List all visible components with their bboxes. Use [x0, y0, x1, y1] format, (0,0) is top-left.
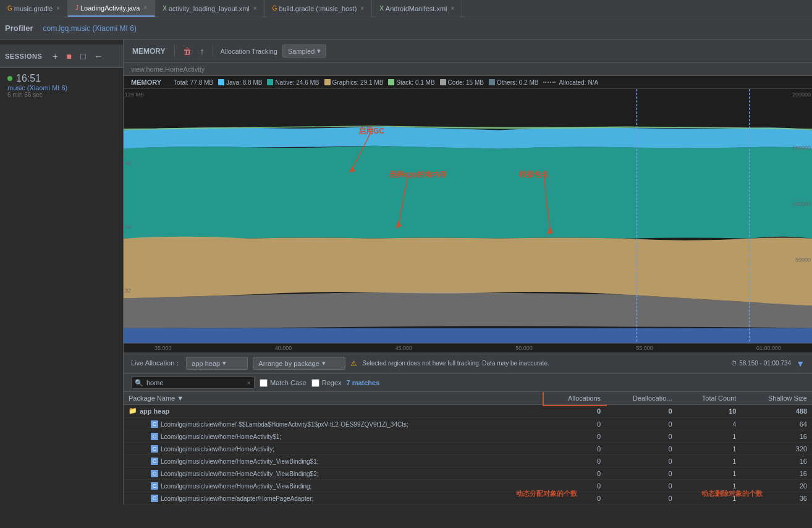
profiler-title: Profiler [5, 23, 33, 33]
tab-close-loading[interactable]: × [143, 4, 147, 11]
tab-close-layout[interactable]: × [253, 5, 257, 12]
col-shallow-size[interactable]: Shallow Size [741, 392, 812, 405]
allocation-table-container[interactable]: Package Name ▼ Allocations Deallocatio..… [124, 392, 812, 505]
search-wrap: 🔍 × [131, 377, 255, 389]
tab-close-manifest[interactable]: × [451, 5, 455, 12]
svg-line-7 [352, 132, 371, 169]
class-row[interactable]: C Lcom/lgq/music/view/home/HomeActivity_… [124, 455, 812, 467]
minimize-session-button[interactable]: □ [77, 49, 88, 63]
class-row[interactable]: C Lcom/lgq/music/view/home/-$$Lambda$Hom… [124, 418, 812, 430]
java-legend: Java: 8.8 MB [218, 79, 262, 86]
tab-loading[interactable]: J LoadingActivity.java × [68, 0, 155, 17]
class-icon: C [151, 420, 158, 428]
time-range: ⏱ 58.150 - 01:00.734 [731, 360, 791, 367]
class-name: Lcom/lgq/music/view/home/adapter/HomePag… [161, 495, 313, 502]
graphics-legend: Graphics: 29.1 MB [324, 79, 384, 86]
search-clear-button[interactable]: × [247, 379, 251, 386]
tab-close-buildgradle[interactable]: × [360, 5, 364, 12]
activity-label-bar: view.home.HomeActivity [124, 63, 812, 76]
filter-button[interactable]: ▼ [796, 359, 805, 368]
timeline-label-3: 50.000 [515, 345, 533, 351]
stop-session-button[interactable]: ■ [63, 49, 74, 63]
match-case-checkbox[interactable]: Match Case [260, 379, 307, 387]
tab-gradle1[interactable]: G music.gradle × [0, 0, 68, 17]
tab-manifest[interactable]: X AndroidManifest.xml × [372, 0, 462, 17]
sessions-panel: SESSIONS + ■ □ ← 16:51 music (Xiaomi MI … [0, 40, 124, 505]
allocated-label: Allocated: [559, 79, 586, 86]
class-row[interactable]: C Lcom/lgq/music/view/home/HomeActivity;… [124, 443, 812, 455]
class-icon: C [151, 445, 158, 453]
warning-message: Selected region does not have full track… [362, 360, 726, 367]
activity-label: view.home.HomeActivity [131, 66, 205, 73]
allocated-line [543, 82, 556, 83]
class-icon: C [151, 495, 158, 502]
session-active-dot [7, 76, 12, 81]
memory-chart-svg: 🗑 🗑 [124, 89, 812, 343]
annotation-match-count: 动态分配对象的个数 [516, 489, 577, 498]
table-header: Package Name ▼ Allocations Deallocatio..… [124, 392, 812, 405]
code-legend: Code: 15 MB [440, 79, 484, 86]
folder-icon: 📁 [129, 407, 137, 415]
col-allocations[interactable]: Allocations [544, 392, 606, 405]
memory-chart-title: MEMORY [131, 79, 161, 86]
java-color-dot [218, 79, 224, 85]
live-allocation-label: Live Allocation： [131, 359, 181, 368]
match-count: 7 matches [347, 379, 380, 386]
search-icon: 🔍 [135, 379, 143, 387]
annotation-gc-arrow [346, 132, 383, 182]
y-label-64: 64 [125, 224, 131, 230]
xml-icon2: X [379, 5, 384, 12]
memory-toolbar: MEMORY 🗑 ↑ Allocation Tracking Sampled ▾ [124, 40, 812, 63]
export-recording-button[interactable]: ↑ [197, 45, 208, 58]
sampled-dropdown[interactable]: Sampled ▾ [282, 45, 326, 57]
annotation-dealloc: 动态删除对象的个数 [701, 489, 763, 498]
back-session-button[interactable]: ← [91, 49, 106, 63]
tab-layout[interactable]: X activity_loading_layout.xml × [155, 0, 264, 17]
alloc-controls-row1: Live Allocation： app heap ▾ Arrange by p… [124, 353, 812, 374]
annotation-heap-arrow [395, 176, 433, 237]
session-item[interactable]: 16:51 music (Xiaomi MI 6) 6 min 56 sec [0, 68, 123, 103]
class-name: Lcom/lgq/music/view/home/HomeActivity_Vi… [161, 458, 318, 465]
timeline-label-0: 35.000 [154, 345, 172, 351]
memory-chart-area[interactable]: 200000 150000 100000 50000 128 MB 96 64 … [124, 89, 812, 343]
gradle-icon: G [7, 5, 12, 12]
class-row[interactable]: C Lcom/lgq/music/view/home/HomeActivity_… [124, 467, 812, 480]
y-label-32: 32 [125, 287, 131, 294]
timeline-label-1: 40.000 [275, 345, 292, 351]
class-name: Lcom/lgq/music/view/home/HomeActivity; [161, 446, 274, 453]
annotation-package-arrow [531, 176, 581, 244]
class-row[interactable]: C Lcom/lgq/music/view/home/HomeActivity$… [124, 430, 812, 443]
package-row[interactable]: 📁 app heap 0 0 10 488 [124, 405, 812, 418]
sessions-label: SESSIONS [5, 53, 42, 60]
col-package-name[interactable]: Package Name ▼ [124, 392, 544, 405]
col-deallocations[interactable]: Deallocatio... [606, 392, 677, 405]
tab-buildgradle[interactable]: G build.gradle (:music_host) × [265, 0, 373, 17]
y-label-200000: 200000 [792, 92, 811, 98]
arrange-dropdown[interactable]: Arrange by package ▾ [253, 357, 345, 370]
profiler-bar: Profiler com.lgq.music (Xiaomi MI 6) [0, 17, 812, 40]
class-icon: C [151, 470, 158, 477]
regex-checkbox[interactable]: Regex [311, 379, 342, 387]
svg-line-9 [399, 176, 408, 225]
stack-legend: Stack: 0.1 MB [388, 79, 434, 86]
others-legend: Others: 0.2 MB [489, 79, 538, 86]
right-content: MEMORY 🗑 ↑ Allocation Tracking Sampled ▾… [124, 40, 812, 505]
profiler-breadcrumb[interactable]: com.lgq.music (Xiaomi MI 6) [43, 24, 137, 33]
add-session-button[interactable]: + [49, 49, 61, 63]
session-duration: 6 min 56 sec [7, 92, 116, 98]
timeline-label-4: 55.000 [636, 345, 653, 351]
java-icon: J [75, 4, 78, 11]
svg-marker-12 [547, 226, 553, 234]
tab-close-gradle1[interactable]: × [56, 5, 60, 12]
xml-icon1: X [163, 5, 167, 12]
heap-dropdown[interactable]: app heap ▾ [186, 357, 248, 370]
total-label: Total: 77.8 MB [174, 79, 213, 86]
search-input[interactable] [131, 377, 255, 389]
col-total-count[interactable]: Total Count [677, 392, 742, 405]
y-label-96: 96 [125, 160, 131, 166]
class-name: Lcom/lgq/music/view/home/HomeActivity$1; [161, 433, 281, 440]
main-content: SESSIONS + ■ □ ← 16:51 music (Xiaomi MI … [0, 40, 812, 505]
class-icon: C [151, 482, 158, 490]
delete-recording-button[interactable]: 🗑 [180, 45, 195, 58]
timeline-label-5: 01:00.000 [756, 345, 781, 351]
